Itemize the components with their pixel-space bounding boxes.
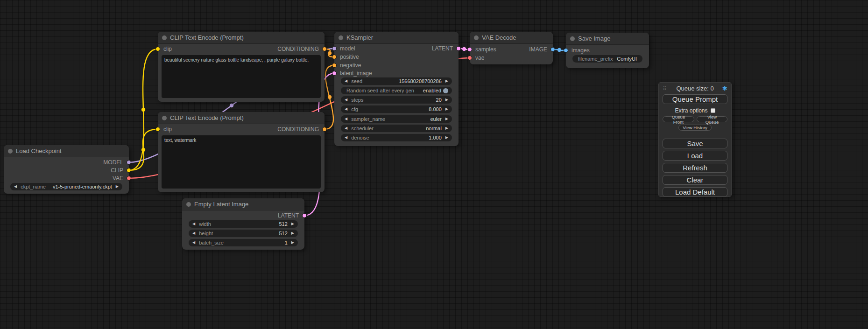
link-midpoint-dot[interactable] [328,51,332,55]
increment-arrow-icon[interactable]: ▶ [445,126,448,130]
output-slot-image[interactable]: IMAGE [529,46,555,53]
slot-dot-latent[interactable] [467,47,472,52]
link-midpoint-dot[interactable] [462,47,466,51]
widget-filename-prefix[interactable]: filename_prefix ComfyUI [572,55,642,63]
node-titlebar[interactable]: CLIP Text Encode (Prompt) [158,112,325,124]
prompt-textarea[interactable]: beautiful scenery nature glass bottle la… [162,55,321,98]
settings-gear-icon[interactable]: ✱ [722,85,727,92]
decrement-arrow-icon[interactable]: ◀ [345,98,347,102]
link-midpoint-dot[interactable] [557,48,561,52]
slot-dot-clip[interactable] [155,47,160,51]
slot-dot-conditioning[interactable] [322,127,327,132]
increment-arrow-icon[interactable]: ▶ [116,185,119,189]
input-slot-model[interactable]: model [332,45,355,52]
increment-arrow-icon[interactable]: ▶ [291,222,294,226]
link-midpoint-dot[interactable] [328,95,332,99]
widget-sampler-name[interactable]: ◀ sampler_name euler ▶ [341,115,452,123]
node-ksampler[interactable]: KSampler model positive negative latent_… [334,32,459,146]
node-titlebar[interactable]: Save Image [566,33,649,45]
input-slot-clip[interactable]: clip [155,126,172,133]
slot-dot-model[interactable] [332,46,337,51]
node-titlebar[interactable]: VAE Decode [470,32,553,44]
increment-arrow-icon[interactable]: ▶ [445,79,448,83]
refresh-button[interactable]: Refresh [663,163,727,173]
slot-dot-clip[interactable] [127,168,131,173]
output-slot-conditioning[interactable]: CONDITIONING [277,45,327,53]
queue-front-button[interactable]: Queue Front [663,116,694,122]
node-save-image[interactable]: Save Image images filename_prefix ComfyU… [566,33,649,68]
increment-arrow-icon[interactable]: ▶ [445,136,448,140]
slot-dot-latent[interactable] [302,213,307,218]
link-midpoint-dot[interactable] [141,148,145,152]
slot-dot-vae[interactable] [467,56,472,60]
widget-random-seed-toggle[interactable]: Random seed after every gen enabled [341,87,452,94]
output-slot-conditioning[interactable]: CONDITIONING [277,126,327,133]
node-collapse-dot[interactable] [339,35,343,40]
slot-dot-conditioning[interactable] [332,63,337,68]
node-clip-text-encode-positive[interactable]: CLIP Text Encode (Prompt) clip CONDITION… [158,32,325,102]
output-slot-model[interactable]: MODEL [103,159,131,166]
widget-steps[interactable]: ◀ steps 20 ▶ [341,96,452,104]
toggle-dot[interactable] [443,88,448,93]
increment-arrow-icon[interactable]: ▶ [291,241,294,245]
slot-dot-latent[interactable] [332,71,337,76]
extra-options-checkbox[interactable] [711,108,715,113]
node-titlebar[interactable]: KSampler [334,32,459,44]
slot-dot-model[interactable] [127,160,131,165]
view-queue-button[interactable]: View Queue [697,116,727,122]
widget-width[interactable]: ◀ width 512 ▶ [189,220,298,228]
load-default-button[interactable]: Load Default [663,187,727,197]
queue-prompt-button[interactable]: Queue Prompt [663,94,727,104]
node-collapse-dot[interactable] [474,35,479,40]
input-slot-clip[interactable]: clip [155,45,172,53]
node-collapse-dot[interactable] [570,36,575,41]
widget-scheduler[interactable]: ◀ scheduler normal ▶ [341,125,452,132]
view-history-button[interactable]: View History [678,125,712,131]
node-collapse-dot[interactable] [186,202,191,207]
slot-dot-conditioning[interactable] [332,55,337,59]
graph-canvas[interactable]: Load Checkpoint MODEL CLIP VAE ◀ ckpt_na… [0,0,868,329]
input-slot-vae[interactable]: vae [467,54,484,62]
output-slot-latent[interactable]: LATENT [278,212,307,219]
link-midpoint-dot[interactable] [141,108,145,112]
increment-arrow-icon[interactable]: ▶ [445,98,448,102]
slot-dot-image[interactable] [550,47,555,52]
decrement-arrow-icon[interactable]: ◀ [192,231,195,235]
node-collapse-dot[interactable] [162,35,167,40]
node-titlebar[interactable]: CLIP Text Encode (Prompt) [158,32,325,44]
slot-dot-latent[interactable] [456,46,461,51]
output-slot-clip[interactable]: CLIP [111,167,131,174]
widget-cfg[interactable]: ◀ cfg 8.000 ▶ [341,105,452,113]
load-button[interactable]: Load [663,151,727,161]
node-vae-decode[interactable]: VAE Decode samples vae IMAGE [470,32,553,64]
output-slot-latent[interactable]: LATENT [432,45,461,52]
slot-dot-vae[interactable] [127,176,131,181]
node-empty-latent-image[interactable]: Empty Latent Image LATENT ◀ width 512 ▶ … [182,198,304,250]
widget-batch-size[interactable]: ◀ batch_size 1 ▶ [189,239,298,246]
decrement-arrow-icon[interactable]: ◀ [345,107,347,111]
save-button[interactable]: Save [663,139,727,148]
decrement-arrow-icon[interactable]: ◀ [345,136,347,140]
slot-dot-conditioning[interactable] [322,47,327,51]
link-midpoint-dot[interactable] [230,104,233,107]
prompt-textarea[interactable]: text, watermark [162,135,321,189]
widget-height[interactable]: ◀ height 512 ▶ [189,230,298,237]
increment-arrow-icon[interactable]: ▶ [445,107,448,111]
slot-dot-clip[interactable] [155,127,160,132]
widget-denoise[interactable]: ◀ denoise 1.000 ▶ [341,134,452,141]
widget-ckpt-name[interactable]: ◀ ckpt_name v1-5-pruned-emaonly.ckpt ▶ [10,183,122,190]
decrement-arrow-icon[interactable]: ◀ [192,241,195,245]
decrement-arrow-icon[interactable]: ◀ [14,185,17,189]
input-slot-negative[interactable]: negative [332,62,361,69]
decrement-arrow-icon[interactable]: ◀ [345,117,347,121]
output-slot-vae[interactable]: VAE [113,175,131,182]
node-titlebar[interactable]: Load Checkpoint [4,145,129,157]
node-load-checkpoint[interactable]: Load Checkpoint MODEL CLIP VAE ◀ ckpt_na… [4,145,129,194]
drag-handle-icon[interactable]: ⠿ [663,85,667,92]
clear-button[interactable]: Clear [663,175,727,185]
decrement-arrow-icon[interactable]: ◀ [192,222,195,226]
node-titlebar[interactable]: Empty Latent Image [182,198,304,210]
increment-arrow-icon[interactable]: ▶ [291,231,294,235]
node-clip-text-encode-negative[interactable]: CLIP Text Encode (Prompt) clip CONDITION… [158,112,325,192]
node-collapse-dot[interactable] [162,116,167,120]
